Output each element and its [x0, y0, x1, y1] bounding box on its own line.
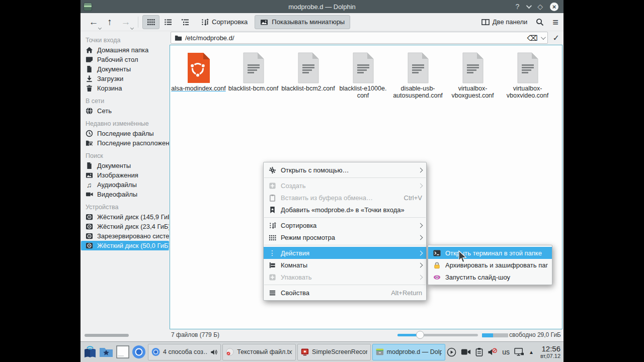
sidebar-item-desktop[interactable]: Рабочий стол: [81, 55, 169, 64]
task-browser-window[interactable]: 4 способа соз…: [148, 344, 221, 360]
status-bar: 7 файлов (779 Б) свободно 29,0 ГиБ: [80, 329, 564, 341]
text-file-icon: [295, 52, 322, 83]
menu-item-paste[interactable]: Вставить из буфера обмена… Ctrl+V: [264, 192, 426, 204]
sidebar-item-label: Зарезервировано системой: [97, 232, 169, 240]
compact-view-button[interactable]: [159, 15, 177, 29]
sidebar-item-downloads[interactable]: Загрузки: [81, 74, 169, 83]
file-alsa-modindex[interactable]: alsa-modindex.conf: [171, 52, 226, 99]
section-title: Недавно изменённые: [80, 120, 170, 128]
sidebar-item-disk-reserved[interactable]: Зарезервировано системой: [81, 231, 169, 241]
show-thumbnails-button[interactable]: Показывать миниатюры: [255, 15, 350, 29]
properties-icon: [268, 289, 276, 297]
tray-recorder-button[interactable]: [461, 348, 471, 356]
tray-volume-muted-button[interactable]: [488, 347, 498, 356]
menu-item-properties[interactable]: Свойства Alt+Return: [264, 287, 426, 299]
zoom-slider-handle[interactable]: [416, 331, 424, 339]
sidebar-item-recent-locations[interactable]: Последние расположения: [81, 138, 169, 148]
dolphin-task-icon: [376, 347, 384, 356]
task-dolphin-window[interactable]: modprobe.d — Dolp…: [372, 344, 446, 360]
file-blacklist-bcm2[interactable]: blacklist-bcm2.conf: [281, 52, 336, 99]
mouse-cursor: [458, 250, 467, 265]
location-dropdown-button[interactable]: [541, 35, 546, 40]
menu-item-create-new[interactable]: Создать: [264, 179, 426, 192]
file-name: blacklist-bcm2.conf: [281, 85, 335, 92]
split-view-button[interactable]: Две панели: [481, 18, 528, 26]
menu-item-open-with[interactable]: Открыть с помощью…: [264, 164, 426, 176]
submenu-arrow-icon: [418, 167, 423, 172]
sidebar-item-search-images[interactable]: Изображения: [81, 170, 169, 180]
forward-icon: →: [121, 17, 131, 27]
file-blacklist-bcm[interactable]: blacklist-bcm.conf: [226, 52, 281, 99]
sidebar-item-documents[interactable]: Документы: [81, 64, 169, 74]
back-button[interactable]: ←: [86, 17, 102, 27]
menu-item-view-mode[interactable]: Режим просмотра: [264, 231, 426, 243]
menu-item-label: Режим просмотра: [281, 234, 412, 241]
launcher-blank-window-button[interactable]: [115, 344, 130, 360]
hard-disk-icon: [85, 223, 93, 231]
location-input[interactable]: /etc/modprobe.d/ ⌫: [171, 32, 548, 44]
file-disable-usb-autosuspend[interactable]: disable-usb- autosuspend.conf: [390, 52, 445, 99]
sidebar-item-trash[interactable]: Корзина: [81, 83, 169, 93]
menu-item-compress[interactable]: Упаковать: [264, 271, 426, 283]
menu-item-rooms[interactable]: Комнаты: [264, 259, 426, 271]
sidebar-item-disk-1[interactable]: Жёсткий диск (145,9 ГиБ): [81, 212, 169, 222]
tray-clipboard-button[interactable]: [475, 347, 483, 356]
sort-icon: [268, 221, 276, 229]
minimize-button[interactable]: [526, 3, 532, 9]
ubuntu-conf-file-icon: [185, 52, 212, 83]
actions-submenu: Открыть терминал в этой папке Архивирова…: [428, 245, 552, 285]
launcher-chromium-button[interactable]: [131, 344, 146, 360]
sort-button[interactable]: Сортировка: [201, 18, 248, 26]
sidebar-item-disk-50gb[interactable]: Жёсткий диск (50,0 ГиБ): [81, 241, 169, 250]
file-virtualbox-vboxvideo[interactable]: virtualbox- vboxvideo.conf: [500, 52, 555, 99]
tray-display-button[interactable]: [514, 347, 524, 356]
sidebar-item-label: Изображения: [97, 171, 138, 179]
sidebar-item-recent-files[interactable]: Последние файлы: [81, 129, 169, 138]
menu-item-label: Комнаты: [281, 261, 412, 269]
submenu-item-slideshow[interactable]: Запустить слайд-шоу: [428, 271, 552, 283]
details-view-button[interactable]: [177, 15, 194, 29]
tray-expand-button[interactable]: ▲: [529, 349, 534, 355]
zoom-slider[interactable]: [397, 334, 478, 336]
sidebar-item-network[interactable]: Сеть: [81, 106, 169, 116]
search-button[interactable]: [535, 18, 544, 27]
file-virtualbox-vboxguest[interactable]: virtualbox- vboxguest.conf: [445, 52, 500, 99]
accept-location-button[interactable]: ✓: [551, 33, 561, 43]
launcher-folder-button[interactable]: [99, 344, 113, 360]
menu-item-add-to-places[interactable]: Добавить «modprobe.d» в «Точки входа»: [264, 204, 426, 216]
clock[interactable]: 12:56 вт,07.12: [540, 345, 560, 359]
task-screen-recorder-window[interactable]: SimpleScreenRecor…: [297, 344, 371, 360]
sidebar-item-search-documents[interactable]: Документы: [81, 161, 169, 170]
menu-item-label: Открыть с помощью…: [281, 166, 412, 174]
trash-icon: [85, 84, 93, 93]
vertical-dots-icon: ⋮: [268, 249, 276, 257]
backspace-icon: ⌫: [527, 34, 537, 42]
menu-button[interactable]: ≡: [552, 17, 558, 27]
sidebar-item-disk-2[interactable]: Жёсткий диск (23,4 ГиБ): [81, 222, 169, 231]
icons-view-button[interactable]: [142, 15, 159, 29]
file-blacklist-e1000e[interactable]: blacklist-e1000e. conf: [336, 52, 390, 99]
sidebar-item-search-audio[interactable]: ♫Аудиофайлы: [81, 180, 169, 190]
sidebar-item-home[interactable]: Домашняя папка: [81, 45, 169, 55]
close-button[interactable]: ×: [550, 3, 558, 11]
keyboard-layout-indicator[interactable]: us: [502, 348, 510, 356]
task-text-file-window[interactable]: Текстовый файл.txt…: [222, 344, 296, 360]
maximize-button[interactable]: ◇: [537, 3, 543, 10]
speaker-icon: [210, 348, 217, 356]
sidebar-item-search-video[interactable]: Видеофайлы: [81, 190, 169, 199]
forward-button[interactable]: →: [118, 17, 134, 27]
menu-separator: [264, 177, 426, 178]
submenu-item-archive-encrypt[interactable]: Архивировать и зашифровать папку: [428, 259, 552, 271]
submenu-item-open-terminal[interactable]: Открыть терминал в этой папке: [428, 247, 552, 259]
help-button[interactable]: ?: [515, 3, 519, 10]
open-with-icon: [268, 166, 276, 174]
menu-item-sort[interactable]: Сортировка: [264, 219, 426, 231]
tray-play-button[interactable]: [447, 347, 456, 357]
hard-disk-icon: [85, 242, 93, 250]
up-button[interactable]: ↑: [102, 17, 118, 27]
launcher-library-button[interactable]: [83, 344, 97, 360]
places-scrollbar[interactable]: [85, 334, 129, 337]
clear-location-button[interactable]: ⌫: [527, 34, 537, 42]
titlebar[interactable]: modprobe.d — Dolphin ? ◇ ×: [80, 0, 564, 13]
menu-item-actions[interactable]: ⋮ Действия: [264, 247, 426, 259]
